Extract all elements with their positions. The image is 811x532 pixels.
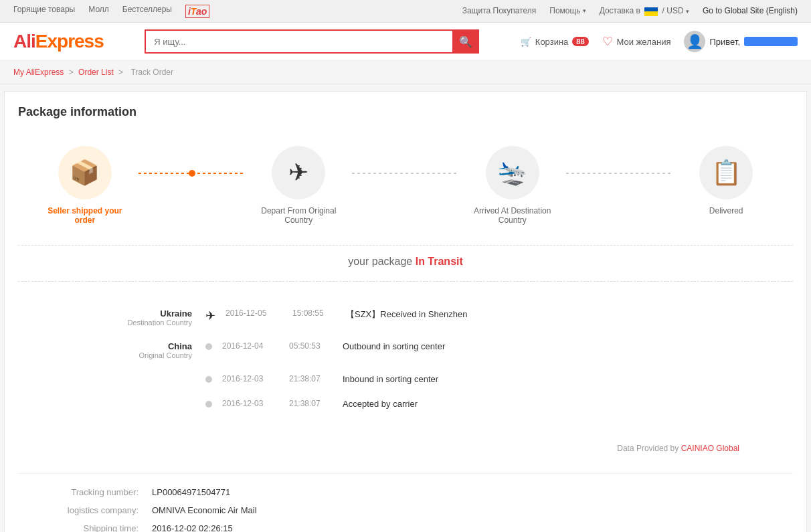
connector-3: [566, 146, 673, 174]
plane-depart-icon: ✈: [288, 159, 308, 187]
connector-2: [352, 146, 459, 174]
event-time-3: 21:38:07: [289, 374, 336, 383]
package-details: Tracking number: LP00064971504771 logist…: [18, 473, 793, 532]
chevron-down-icon: ▾: [583, 7, 586, 14]
shipping-label: Shipping time:: [18, 523, 152, 532]
search-button[interactable]: 🔍: [452, 29, 479, 54]
heart-icon: ♡: [602, 34, 613, 49]
cainiao-credit: Data Provided by CAINIAO Global: [18, 437, 793, 466]
hot-deals-link[interactable]: Горящие товары: [13, 5, 75, 18]
transit-status: your package In Transit: [18, 245, 793, 282]
timeline: Ukraine Destination Country ✈ 2016-12-05…: [18, 295, 793, 437]
help-button[interactable]: Помощь ▾: [549, 6, 585, 15]
connector-line-1: [139, 173, 246, 174]
timeline-right-1: 2016-12-05 15:08:55 【SZX】Received in She…: [226, 308, 739, 321]
timeline-right-3: 2016-12-03 21:38:07 Inbound in sorting c…: [222, 374, 739, 384]
timeline-item: Ukraine Destination Country ✈ 2016-12-05…: [72, 308, 739, 327]
event-date-2: 2016-12-04: [222, 341, 282, 351]
order-list-link[interactable]: Order List: [78, 68, 114, 77]
transit-prefix: your package: [348, 256, 412, 267]
ukraine-flag-icon: [644, 7, 658, 16]
timeline-dot-2: [205, 343, 212, 350]
step-seller-shipped: 📦 Seller shipped your order: [31, 146, 139, 225]
delivery-info: Доставка в / USD ▾: [600, 6, 689, 15]
shipping-value: 2016-12-02 02:26:15: [152, 523, 233, 532]
timeline-right-2: 2016-12-04 05:50:53 Outbound in sorting …: [222, 341, 739, 351]
timeline-item: 2016-12-03 21:38:07 Inbound in sorting c…: [72, 374, 739, 384]
bestsellers-link[interactable]: Бестселлеры: [122, 5, 172, 18]
dot-wrap-4: [205, 399, 212, 408]
event-time-2: 05:50:53: [289, 341, 336, 351]
avatar: 👤: [684, 31, 705, 52]
event-date-3: 2016-12-03: [222, 374, 282, 383]
breadcrumb: My AliExpress > Order List > Track Order: [0, 61, 811, 84]
help-label: Помощь: [549, 6, 580, 15]
step-delivered: 📋 Delivered: [672, 146, 780, 215]
greeting-label: Привет,: [709, 37, 740, 47]
cart-icon: 🛒: [521, 37, 531, 47]
cainiao-link[interactable]: CAINIAO Global: [681, 444, 739, 453]
currency-chevron-icon: ▾: [686, 8, 689, 15]
global-site-link[interactable]: Go to Global Site (English): [703, 6, 798, 15]
breadcrumb-separator-1: >: [69, 68, 74, 77]
timeline-location-1: Ukraine Destination Country: [72, 308, 205, 327]
cart-label: Корзина: [535, 37, 569, 47]
tracking-value: LP00064971504771: [152, 487, 230, 497]
event-desc-4: Accepted by carrier: [343, 399, 418, 409]
box-icon: 📦: [70, 159, 100, 187]
step-1-label: Seller shipped your order: [45, 206, 125, 225]
header-right: 🛒 Корзина 88 ♡ Мои желания 👤 Привет,: [521, 31, 798, 52]
my-aliexpress-link[interactable]: My AliExpress: [13, 68, 64, 77]
logistics-row: logistics company: OMNIVA Economic Air M…: [18, 505, 793, 515]
wishlist-label: Мои желания: [617, 37, 671, 47]
tracking-row: Tracking number: LP00064971504771: [18, 487, 793, 497]
wishlist-button[interactable]: ♡ Мои желания: [602, 34, 671, 49]
step-3-icon-wrap: 🛬: [486, 146, 539, 199]
location-sub-1: Destination Country: [72, 319, 192, 327]
search-input[interactable]: [145, 29, 452, 54]
timeline-dot-3: [205, 376, 212, 383]
top-bar-nav: Горящие товары Молл Бестселлеры iTao: [13, 5, 209, 18]
username-blurred: [744, 37, 798, 46]
step-arrived: 🛬 Arrived At Destination Country: [459, 146, 566, 225]
step-1-icon-wrap: 📦: [58, 146, 112, 199]
logistics-label: logistics company:: [18, 505, 152, 515]
header: AliExpress 🔍 🛒 Корзина 88 ♡ Мои желания …: [0, 23, 811, 61]
mall-link[interactable]: Молл: [88, 5, 109, 18]
data-provided-label: Data Provided by: [617, 444, 679, 453]
buyer-protection-link[interactable]: Защита Покупателя: [462, 6, 537, 15]
event-desc-1: 【SZX】Received in Shenzhen: [346, 308, 467, 321]
event-desc-3: Inbound in sorting center: [343, 374, 438, 384]
connector-line-3: [566, 173, 673, 174]
top-bar-right: Защита Покупателя Помощь ▾ Доставка в / …: [462, 6, 798, 15]
current-page-label: Track Order: [130, 68, 173, 77]
dot-wrap-2: [205, 341, 212, 350]
dot-wrap-3: [205, 374, 212, 383]
event-desc-2: Outbound in sorting center: [343, 341, 445, 351]
connector-1: [139, 146, 246, 174]
user-menu-button[interactable]: 👤 Привет,: [684, 31, 798, 52]
progress-tracker: 📦 Seller shipped your order ✈ Depart Fro…: [18, 139, 793, 245]
plane-arrive-icon: 🛬: [497, 159, 527, 187]
aliexpress-logo: AliExpress: [13, 31, 104, 52]
timeline-item: China Original Country 2016-12-04 05:50:…: [72, 341, 739, 359]
step-4-label: Delivered: [709, 206, 743, 215]
timeline-location-2: China Original Country: [72, 341, 205, 359]
location-name-2: China: [72, 341, 192, 351]
transit-status-label: In Transit: [416, 256, 463, 267]
event-date-4: 2016-12-03: [222, 399, 282, 408]
timeline-right-4: 2016-12-03 21:38:07 Accepted by carrier: [222, 399, 739, 409]
timeline-item: 2016-12-03 21:38:07 Accepted by carrier: [72, 399, 739, 409]
top-bar: Горящие товары Молл Бестселлеры iTao Защ…: [0, 0, 811, 23]
step-2-icon-wrap: ✈: [272, 146, 325, 199]
search-bar: 🔍: [145, 29, 479, 54]
plane-icon: ✈: [205, 308, 215, 323]
step-depart: ✈ Depart From Original Country: [245, 146, 352, 225]
cart-button[interactable]: 🛒 Корзина 88: [521, 37, 589, 47]
event-date-1: 2016-12-05: [226, 308, 286, 318]
breadcrumb-separator-2: >: [118, 68, 125, 77]
delivered-icon: 📋: [711, 159, 741, 187]
shipping-row: Shipping time: 2016-12-02 02:26:15: [18, 523, 793, 532]
cart-count-badge: 88: [572, 37, 588, 46]
step-4-icon-wrap: 📋: [699, 146, 753, 199]
